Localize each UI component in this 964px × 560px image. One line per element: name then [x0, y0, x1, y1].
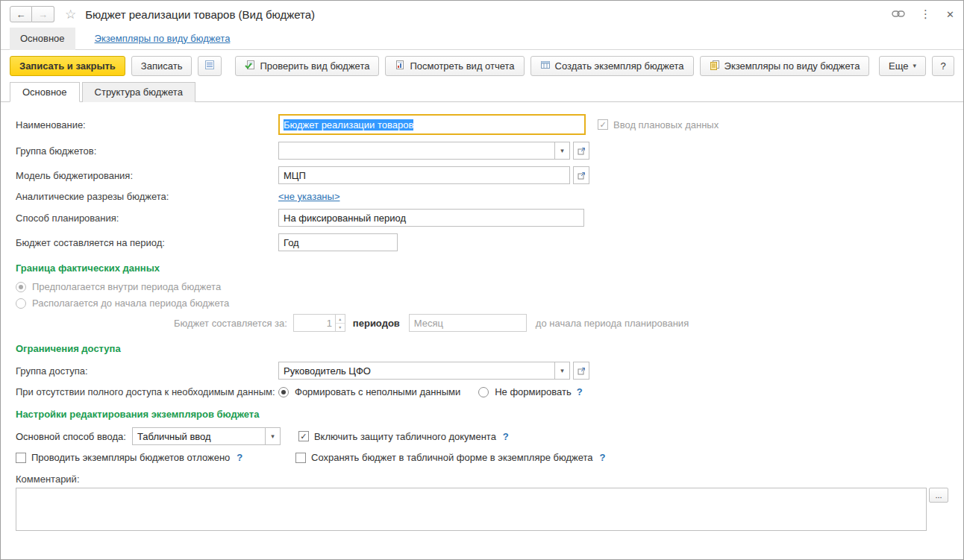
input-method-combo: ▾	[132, 427, 281, 445]
save-button[interactable]: Записать	[131, 56, 193, 76]
chevron-down-icon: ▾	[560, 367, 564, 374]
back-button[interactable]: ←	[10, 6, 32, 22]
comment-block: ...	[16, 488, 948, 531]
periods-word: периодов	[353, 318, 400, 329]
menu-dots-icon[interactable]: ⋮	[920, 7, 931, 21]
radio-inside-period-label: Предполагается внутри периода бюджета	[32, 281, 221, 292]
check-budget-label: Проверить вид бюджета	[260, 60, 369, 72]
more-button[interactable]: Еще ▾	[879, 56, 926, 76]
save-close-button[interactable]: Записать и закрыть	[10, 56, 125, 76]
get-link-icon[interactable]	[892, 9, 905, 20]
save-label: Записать	[141, 60, 183, 72]
favorite-star-icon[interactable]: ☆	[65, 7, 76, 22]
view-report-button[interactable]: Посмотреть вид отчета	[385, 56, 524, 76]
comment-textarea[interactable]	[16, 488, 927, 531]
budget-period-label: Бюджет составляется на период:	[16, 237, 278, 248]
chevron-down-icon: ▾	[271, 432, 275, 440]
instances-button[interactable]: Экземпляры по виду бюджета	[700, 56, 870, 76]
name-value-selected: Бюджет реализации товаров	[284, 119, 413, 130]
access-group-open-button[interactable]	[573, 362, 589, 380]
budget-group-open-button[interactable]	[573, 142, 589, 160]
toolbar: Записать и закрыть Записать Проверить ви…	[1, 50, 963, 81]
protect-help-link[interactable]: ?	[503, 431, 509, 442]
period-unit-input[interactable]	[409, 314, 527, 332]
create-instance-button[interactable]: Создать экземпляр бюджета	[530, 56, 694, 76]
save-tabular-checkbox-group: Сохранять бюджет в табличной форме в экз…	[295, 452, 606, 463]
back-icon: ←	[16, 9, 26, 20]
spin-down-icon[interactable]: ▾	[336, 324, 345, 332]
radio-inside-period[interactable]	[16, 282, 26, 292]
close-icon[interactable]: ✕	[946, 9, 954, 20]
periods-count-input[interactable]	[293, 314, 335, 332]
radio-form-incomplete[interactable]	[278, 387, 289, 397]
ellipsis-icon: ...	[935, 491, 942, 500]
deferred-help-link[interactable]: ?	[237, 452, 242, 463]
deferred-checkbox[interactable]	[16, 453, 26, 463]
protect-checkbox[interactable]: ✓	[298, 431, 309, 441]
create-instance-label: Создать экземпляр бюджета	[555, 60, 684, 72]
input-method-label: Основной способ ввода:	[16, 431, 126, 442]
model-input[interactable]	[278, 166, 570, 184]
periods-count-spinner: ▴ ▾	[293, 314, 345, 332]
tab-structure[interactable]: Структура бюджета	[82, 82, 195, 102]
access-group-dropdown-button[interactable]: ▾	[554, 362, 570, 380]
show-list-button[interactable]	[198, 56, 222, 76]
window: ← → ☆ Бюджет реализации товаров (Вид бюд…	[0, 0, 964, 560]
plan-input-checkbox[interactable]: ✓	[598, 119, 608, 130]
planning-method-input[interactable]	[278, 209, 584, 227]
spinner-buttons: ▴ ▾	[335, 314, 345, 332]
more-label: Еще	[889, 60, 908, 72]
name-input[interactable]: Бюджет реализации товаров	[278, 114, 586, 135]
forward-icon: →	[38, 9, 48, 20]
check-budget-button[interactable]: Проверить вид бюджета	[235, 56, 379, 76]
nav-link-instances[interactable]: Экземпляры по виду бюджета	[95, 33, 231, 44]
access-group-label: Группа доступа:	[16, 365, 278, 377]
no-full-access-label: При отсутствии полного доступа к необход…	[16, 386, 278, 397]
input-method-dropdown-button[interactable]: ▾	[265, 427, 281, 445]
comment-more-button[interactable]: ...	[929, 488, 948, 503]
planning-method-label: Способ планирования:	[16, 213, 278, 224]
instances-label: Экземпляры по виду бюджета	[724, 60, 860, 72]
budget-group-dropdown-button[interactable]: ▾	[554, 142, 570, 160]
forward-button[interactable]: →	[32, 6, 54, 22]
check-icon: ✓	[599, 121, 606, 129]
before-planning-suffix: до начала периода планирования	[536, 318, 689, 329]
radio-do-not-form-label: Не формировать	[495, 386, 571, 397]
save-tabular-checkbox-label: Сохранять бюджет в табличной форме в экз…	[311, 452, 593, 463]
instances-icon	[710, 60, 720, 72]
create-instance-icon	[540, 60, 551, 72]
analytics-link[interactable]: <не указаны>	[278, 191, 339, 202]
model-open-button[interactable]	[573, 166, 589, 184]
title-actions: ⋮ ✕	[892, 7, 954, 21]
access-group-input[interactable]	[278, 362, 554, 380]
budget-group-combo: ▾	[278, 142, 570, 160]
tab-main[interactable]: Основное	[10, 82, 80, 102]
check-icon: ✓	[300, 432, 307, 441]
chevron-down-icon: ▾	[560, 147, 564, 154]
radio-do-not-form[interactable]	[478, 387, 489, 397]
input-method-input[interactable]	[132, 427, 265, 445]
nav-tab-main[interactable]: Основное	[10, 28, 75, 50]
budget-group-input[interactable]	[278, 142, 554, 160]
spin-up-icon[interactable]: ▴	[336, 315, 345, 324]
section-edit-settings: Настройки редактирования экземпляров бюд…	[16, 409, 948, 420]
budget-period-input[interactable]	[278, 233, 398, 251]
analytics-label: Аналитические разрезы бюджета:	[16, 191, 278, 202]
nav-bar: Основное Экземпляры по виду бюджета	[1, 28, 963, 50]
section-fact-boundary: Граница фактических данных	[16, 262, 948, 274]
check-budget-icon	[245, 60, 255, 72]
radio-before-period[interactable]	[16, 298, 26, 309]
save-tabular-checkbox[interactable]	[295, 453, 306, 463]
chevron-down-icon: ▾	[913, 62, 916, 69]
help-button[interactable]: ?	[932, 56, 954, 76]
list-icon	[204, 60, 215, 72]
save-tabular-help-link[interactable]: ?	[600, 452, 606, 463]
form-content: Наименование: Бюджет реализации товаров …	[1, 102, 963, 559]
access-help-link[interactable]: ?	[577, 386, 583, 397]
view-report-icon	[395, 60, 405, 72]
model-label: Модель бюджетирования:	[16, 170, 278, 181]
open-icon	[578, 172, 586, 180]
view-report-label: Посмотреть вид отчета	[410, 60, 514, 72]
radio-form-incomplete-label: Формировать с неполными данными	[295, 386, 460, 397]
help-label: ?	[940, 60, 945, 72]
